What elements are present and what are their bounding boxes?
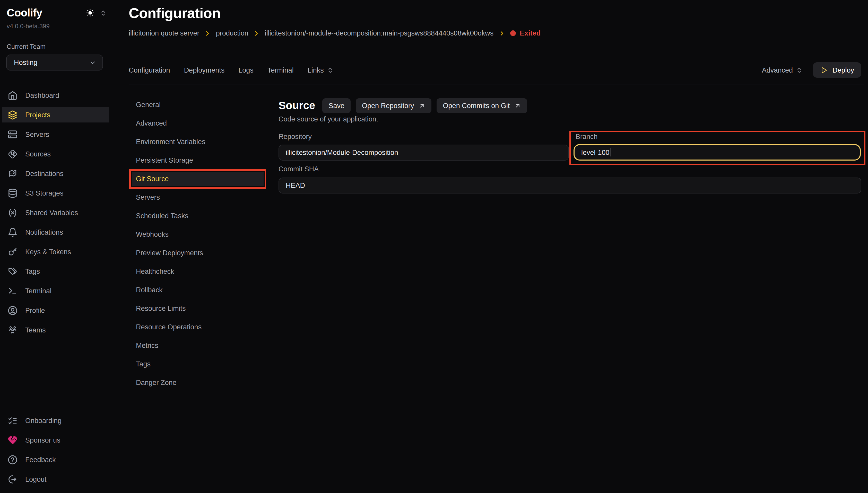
chevron-right-icon xyxy=(204,29,211,37)
sidebar-item-projects[interactable]: Projects xyxy=(2,107,109,123)
sidebar-item-label: Onboarding xyxy=(25,416,62,424)
breadcrumb-environment[interactable]: production xyxy=(216,29,248,37)
git-source-icon xyxy=(8,149,18,159)
chevron-right-icon xyxy=(253,29,260,37)
logout-icon xyxy=(8,474,18,484)
sidebar-item-s3-storages[interactable]: S3 Storages xyxy=(2,185,109,201)
bell-icon xyxy=(8,227,18,237)
tab-configuration[interactable]: Configuration xyxy=(129,66,170,74)
branch-input[interactable]: level-100 xyxy=(573,144,861,160)
repository-input[interactable]: illicitestonion/Module-Decomposition xyxy=(278,145,569,160)
app-logo: Coolify xyxy=(7,7,42,19)
team-select[interactable]: Hosting xyxy=(6,55,103,70)
sidebar-item-notifications[interactable]: Notifications xyxy=(2,224,109,240)
commit-sha-label: Commit SHA xyxy=(278,165,319,173)
tab-logs[interactable]: Logs xyxy=(238,66,254,74)
sidebar-item-shared-variables[interactable]: Shared Variables xyxy=(2,205,109,220)
breadcrumb-project[interactable]: illicitonion quote server xyxy=(129,29,199,37)
subnav-item-webhooks[interactable]: Webhooks xyxy=(132,228,263,242)
sidebar-item-teams[interactable]: Teams xyxy=(2,322,109,338)
arrow-up-right-icon xyxy=(419,102,425,109)
sidebar-item-label: Dashboard xyxy=(25,91,59,99)
save-button[interactable]: Save xyxy=(322,98,351,113)
sidebar-item-keys-tokens[interactable]: Keys & Tokens xyxy=(2,244,109,259)
status-badge: Exited xyxy=(510,29,541,37)
variable-icon xyxy=(8,208,18,217)
sidebar-item-sponsor-us[interactable]: Sponsor us xyxy=(2,432,109,448)
sidebar-item-feedback[interactable]: Feedback xyxy=(2,452,109,467)
sidebar-item-label: Sponsor us xyxy=(25,436,61,444)
subnav-item-metrics[interactable]: Metrics xyxy=(132,339,263,353)
subnav-item-servers[interactable]: Servers xyxy=(132,190,263,205)
sidebar-item-logout[interactable]: Logout xyxy=(2,471,109,487)
sidebar-item-sources[interactable]: Sources xyxy=(2,146,109,162)
tabs-actions: Advanced Deploy xyxy=(762,62,861,78)
tab-terminal[interactable]: Terminal xyxy=(268,66,294,74)
open-repository-button[interactable]: Open Repository xyxy=(356,98,432,113)
tabs-divider xyxy=(129,84,864,84)
map-icon xyxy=(8,169,18,178)
commit-sha-value: HEAD xyxy=(286,182,305,189)
sidebar-item-label: S3 Storages xyxy=(25,189,64,197)
subnav-item-resource-limits[interactable]: Resource Limits xyxy=(132,302,263,316)
sidebar-item-label: Profile xyxy=(25,306,45,314)
theme-toggle-sun-icon[interactable] xyxy=(86,9,94,17)
current-team-label: Current Team xyxy=(7,43,46,50)
open-commits-button[interactable]: Open Commits on Git xyxy=(437,98,527,113)
sidebar-item-profile[interactable]: Profile xyxy=(2,303,109,318)
source-heading: Source xyxy=(278,99,315,112)
sidebar-item-terminal[interactable]: Terminal xyxy=(2,283,109,299)
advanced-menu[interactable]: Advanced xyxy=(762,66,803,74)
tab-deployments[interactable]: Deployments xyxy=(184,66,225,74)
subnav-item-rollback[interactable]: Rollback xyxy=(132,283,263,297)
sidebar-item-dashboard[interactable]: Dashboard xyxy=(2,87,109,103)
commit-sha-input[interactable]: HEAD xyxy=(278,177,861,193)
users-icon xyxy=(8,325,18,335)
sidebar-item-label: Notifications xyxy=(25,228,63,236)
subnav-item-general[interactable]: General xyxy=(132,98,263,112)
sidebar-item-label: Feedback xyxy=(25,456,56,464)
sidebar-collapse-chevrons-icon[interactable] xyxy=(100,9,107,16)
subnav-item-tags[interactable]: Tags xyxy=(132,357,263,371)
database-icon xyxy=(8,188,18,198)
chevrons-up-down-icon xyxy=(796,67,803,73)
sidebar-item-label: Teams xyxy=(25,326,46,334)
repository-label: Repository xyxy=(278,133,312,141)
breadcrumb-application[interactable]: illicitestonion/-module--decomposition:m… xyxy=(265,29,493,37)
branch-value: level-100 xyxy=(581,148,610,156)
home-icon xyxy=(8,90,18,100)
chevron-down-icon xyxy=(89,59,96,66)
subnav-item-persistent-storage[interactable]: Persistent Storage xyxy=(132,153,263,168)
app-version: v4.0.0-beta.399 xyxy=(7,23,50,30)
subnav-item-scheduled-tasks[interactable]: Scheduled Tasks xyxy=(132,209,263,223)
config-subnav: General Advanced Environment Variables P… xyxy=(132,98,263,394)
sidebar-item-label: Logout xyxy=(25,475,47,483)
sidebar-footer-nav: Onboarding Sponsor us Feedback Logout xyxy=(0,413,113,491)
subnav-item-preview-deployments[interactable]: Preview Deployments xyxy=(132,246,263,260)
sidebar-item-onboarding[interactable]: Onboarding xyxy=(2,413,109,428)
tab-links[interactable]: Links xyxy=(308,66,334,74)
sidebar-item-label: Keys & Tokens xyxy=(25,248,71,256)
subnav-item-advanced[interactable]: Advanced xyxy=(132,116,263,131)
chevron-right-icon xyxy=(498,29,505,37)
sidebar-item-servers[interactable]: Servers xyxy=(2,127,109,142)
sidebar-item-destinations[interactable]: Destinations xyxy=(2,166,109,181)
play-icon xyxy=(820,66,828,74)
subnav-item-resource-operations[interactable]: Resource Operations xyxy=(132,320,263,335)
source-description: Code source of your application. xyxy=(278,115,378,123)
team-select-value: Hosting xyxy=(14,59,38,66)
subnav-item-environment-variables[interactable]: Environment Variables xyxy=(132,135,263,149)
subnav-item-danger-zone[interactable]: Danger Zone xyxy=(132,376,263,390)
tags-icon xyxy=(8,266,18,276)
subnav-item-git-source[interactable]: Git Source xyxy=(132,172,263,186)
deploy-button[interactable]: Deploy xyxy=(813,62,861,78)
terminal-icon xyxy=(8,286,18,296)
sidebar-item-tags[interactable]: Tags xyxy=(2,263,109,279)
sidebar-item-label: Tags xyxy=(25,267,40,275)
list-checks-icon xyxy=(8,415,18,425)
tabs-row: Configuration Deployments Logs Terminal … xyxy=(129,62,861,78)
repository-value: illicitestonion/Module-Decomposition xyxy=(286,149,398,156)
user-circle-icon xyxy=(8,305,18,315)
subnav-item-healthcheck[interactable]: Healthcheck xyxy=(132,264,263,279)
page-title: Configuration xyxy=(129,5,220,22)
